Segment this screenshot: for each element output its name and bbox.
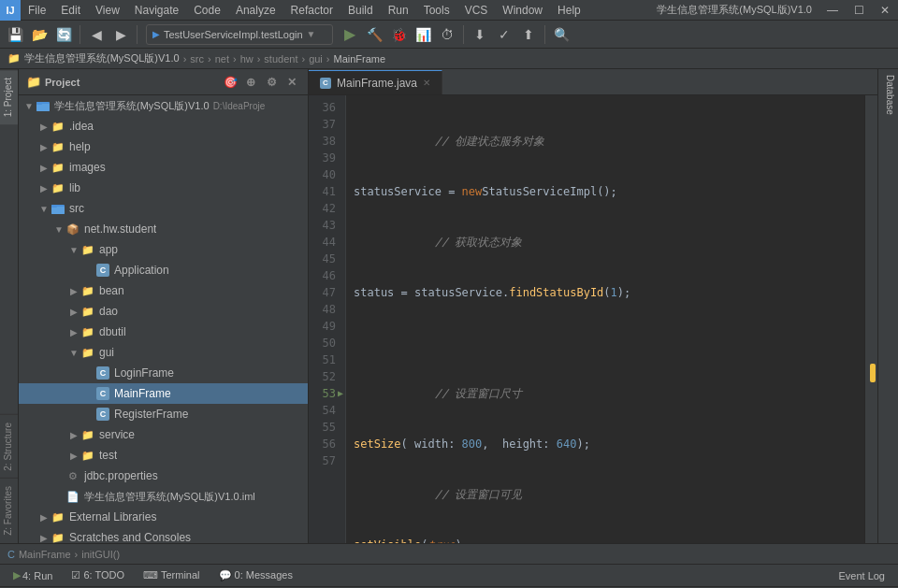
- forward-button[interactable]: ▶: [109, 23, 132, 46]
- breadcrumb-project[interactable]: 学生信息管理系统(MySQL版)V1.0: [24, 51, 180, 65]
- tree-root-path: D:\IdeaProje: [213, 101, 266, 111]
- menu-tools[interactable]: Tools: [416, 0, 457, 21]
- line-49: 49: [309, 318, 341, 335]
- app-title: 学生信息管理系统(MySQL版)V1.0: [657, 3, 819, 17]
- project-locate-button[interactable]: 🎯: [222, 74, 239, 91]
- sync-button[interactable]: 🔄: [52, 23, 75, 46]
- line-41: 41: [309, 183, 341, 200]
- editor-scrollbar[interactable]: [864, 95, 877, 543]
- tree-item-bean[interactable]: ▶ 📁 bean: [19, 280, 308, 301]
- menu-run[interactable]: Run: [381, 0, 416, 21]
- tree-item-package[interactable]: ▼ 📦 net.hw.student: [19, 219, 308, 239]
- tree-item-ext-libs[interactable]: ▶ 📁 External Libraries: [19, 507, 308, 527]
- terminal-tab[interactable]: ⌨ Terminal: [138, 567, 205, 584]
- tree-item-loginframe[interactable]: ▶ C LoginFrame: [19, 363, 308, 383]
- breadcrumb-student[interactable]: student: [264, 53, 297, 65]
- line-44: 44: [309, 234, 341, 251]
- messages-tab[interactable]: 💬 0: Messages: [213, 567, 298, 584]
- tree-item-jdbc[interactable]: ▶ ⚙ jdbc.properties: [19, 466, 308, 486]
- breadcrumb-mainframe[interactable]: MainFrame: [333, 53, 385, 65]
- tree-item-scratches[interactable]: ▶ 📁 Scratches and Consoles: [19, 527, 308, 543]
- run-tab-label: 4: Run: [22, 570, 52, 581]
- profile-button[interactable]: ⏱: [436, 23, 458, 46]
- nav-method[interactable]: initGUI(): [81, 549, 120, 560]
- search-everywhere-button[interactable]: 🔍: [550, 23, 572, 46]
- close-button[interactable]: ✕: [872, 0, 898, 21]
- coverage-button[interactable]: 📊: [412, 23, 434, 46]
- breadcrumb-net[interactable]: net: [215, 53, 229, 65]
- tab-close-button[interactable]: ✕: [423, 78, 430, 88]
- build-button[interactable]: 🔨: [363, 23, 385, 46]
- code-editor[interactable]: // 创建状态服务对象 statusService = new StatusSe…: [346, 95, 864, 543]
- tree-item-src[interactable]: ▼ src: [19, 198, 308, 219]
- tree-application-label: Application: [114, 264, 169, 277]
- todo-tab[interactable]: ☑ 6: TODO: [65, 567, 130, 584]
- side-label-project[interactable]: 1: Project: [0, 69, 18, 124]
- line-56: 56: [309, 436, 341, 452]
- vcs-commit-button[interactable]: ✓: [493, 23, 515, 46]
- back-button[interactable]: ◀: [85, 23, 108, 46]
- breadcrumb-sep3: ›: [233, 53, 237, 65]
- side-label-structure[interactable]: 2: Structure: [0, 414, 18, 479]
- tree-item-dbutil[interactable]: ▶ 📁 dbutil: [19, 322, 308, 342]
- tree-item-gui[interactable]: ▼ 📁 gui: [19, 342, 308, 363]
- breadcrumb-hw[interactable]: hw: [240, 53, 253, 65]
- tree-gui-label: gui: [99, 346, 114, 359]
- menu-window[interactable]: Window: [495, 0, 550, 21]
- menu-refactor[interactable]: Refactor: [283, 0, 340, 21]
- menu-build[interactable]: Build: [340, 0, 381, 21]
- menu-view[interactable]: View: [88, 0, 127, 21]
- tree-item-dao[interactable]: ▶ 📁 dao: [19, 301, 308, 322]
- tree-item-lib[interactable]: ▶ 📁 lib: [19, 178, 308, 198]
- tree-item-test[interactable]: ▶ 📁 test: [19, 445, 308, 466]
- menu-analyze[interactable]: Analyze: [228, 0, 283, 21]
- tree-item-mainframe[interactable]: ▶ C MainFrame: [19, 383, 308, 404]
- event-log-button[interactable]: Event Log: [833, 567, 891, 584]
- tree-item-iml[interactable]: ▶ 📄 学生信息管理系统(MySQL版)V1.0.iml: [19, 486, 308, 507]
- project-expand-button[interactable]: ⊕: [242, 74, 259, 91]
- right-label-database[interactable]: Database: [878, 69, 898, 121]
- nav-mainframe[interactable]: MainFrame: [19, 549, 71, 560]
- editor-tab-mainframe[interactable]: C MainFrame.java ✕: [309, 70, 442, 94]
- code-line-36: // 创建状态服务对象: [354, 133, 857, 150]
- menu-file[interactable]: File: [21, 0, 53, 21]
- project-panel-header: 📁 Project 🎯 ⊕ ⚙ ✕: [19, 69, 308, 95]
- separator3: [463, 25, 464, 44]
- tree-item-service[interactable]: ▶ 📁 service: [19, 424, 308, 445]
- breadcrumb-gui[interactable]: gui: [309, 53, 323, 65]
- tree-item-images[interactable]: ▶ 📁 images: [19, 157, 308, 178]
- tree-item-help[interactable]: ▶ 📁 help: [19, 136, 308, 157]
- props-icon: ⚙: [65, 468, 80, 483]
- tree-item-root[interactable]: ▼ 学生信息管理系统(MySQL版)V1.0 D:\IdeaProje: [19, 95, 308, 116]
- menu-vcs[interactable]: VCS: [457, 0, 496, 21]
- breadcrumb-src[interactable]: src: [190, 53, 204, 65]
- menu-edit[interactable]: Edit: [53, 0, 88, 21]
- save-button[interactable]: 💾: [4, 23, 26, 46]
- run-button[interactable]: ▶: [339, 23, 361, 46]
- tree-item-application[interactable]: ▶ C Application: [19, 260, 308, 280]
- breadcrumb-root[interactable]: 📁: [7, 52, 21, 65]
- debug-button[interactable]: 🐞: [387, 23, 410, 46]
- project-close-button[interactable]: ✕: [283, 74, 300, 91]
- tree-item-app[interactable]: ▼ 📁 app: [19, 239, 308, 260]
- tree-item-idea[interactable]: ▶ 📁 .idea: [19, 116, 308, 136]
- menu-navigate[interactable]: Navigate: [127, 0, 186, 21]
- menu-help[interactable]: Help: [550, 0, 588, 21]
- run-tab[interactable]: ▶ 4: Run: [7, 567, 58, 584]
- menu-code[interactable]: Code: [186, 0, 228, 21]
- app-icon: IJ: [0, 0, 21, 21]
- tree-loginframe-label: LoginFrame: [114, 366, 174, 380]
- run-config-selector[interactable]: ▶ TestUserServiceImpl.testLogin ▼: [146, 24, 333, 45]
- project-panel-icon: 📁: [26, 75, 41, 89]
- breadcrumb: 📁 学生信息管理系统(MySQL版)V1.0 › src › net › hw …: [0, 49, 898, 69]
- tree-item-registerframe[interactable]: ▶ C RegisterFrame: [19, 404, 308, 424]
- side-label-favorites[interactable]: Z: Favorites: [0, 478, 18, 543]
- maximize-button[interactable]: ☐: [846, 0, 872, 21]
- line-37: 37: [309, 116, 341, 133]
- minimize-button[interactable]: —: [819, 0, 846, 21]
- project-settings-button[interactable]: ⚙: [263, 74, 280, 91]
- code-line-39: status = statusService.findStatusById(1)…: [354, 284, 857, 301]
- vcs-push-button[interactable]: ⬆: [517, 23, 540, 46]
- open-button[interactable]: 📂: [28, 23, 51, 46]
- vcs-update-button[interactable]: ⬇: [469, 23, 491, 46]
